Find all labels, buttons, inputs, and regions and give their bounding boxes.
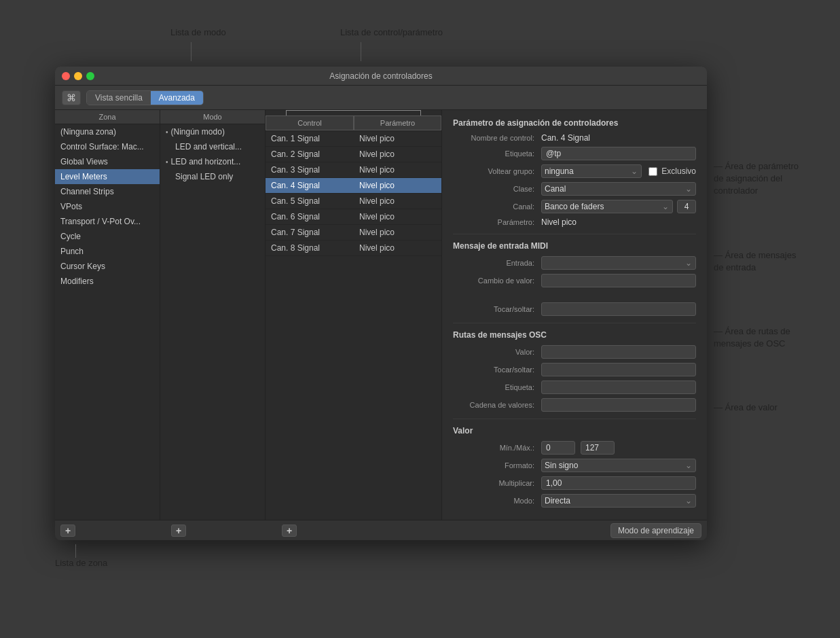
control-cell: Can. 7 Signal [266, 225, 354, 240]
control-cell: Can. 3 Signal [266, 162, 354, 177]
osc-section-title: Rutas de mensajes OSC [453, 330, 696, 340]
zone-list-item[interactable]: Control Surface: Mac... [55, 139, 160, 154]
mode-list-item[interactable]: •LED and horizont... [160, 154, 265, 169]
anno-line-zone [75, 544, 76, 558]
control-list-item[interactable]: Can. 2 SignalNivel pico [266, 147, 441, 162]
osc-valor-label: Valor: [453, 348, 541, 356]
exclusivo-checkbox-label: Exclusivo [649, 166, 696, 176]
add-zone-button[interactable]: + [60, 525, 75, 537]
min-input[interactable] [541, 441, 575, 455]
zone-column-header: Zona [55, 110, 160, 124]
canal-select-wrapper: Banco de faders [541, 200, 673, 213]
clase-select-wrapper: Canal [541, 182, 696, 196]
exclusivo-label-text: Exclusivo [661, 166, 696, 176]
osc-tocar-soltar-input[interactable] [541, 363, 696, 376]
param-cell: Nivel pico [354, 147, 441, 162]
etiqueta-row: Etiqueta: [453, 147, 696, 160]
canal-label: Canal: [453, 202, 541, 211]
clase-row: Clase: Canal [453, 182, 696, 196]
bottom-bar: + + + Modo de aprendizaje [55, 520, 707, 540]
osc-cadena-input[interactable] [541, 398, 696, 412]
add-control-button[interactable]: + [282, 525, 297, 537]
canal-row: Canal: Banco de faders 4 [453, 200, 696, 213]
mode-list-item[interactable]: Signal LED only [160, 169, 265, 184]
control-list-item[interactable]: Can. 7 SignalNivel pico [266, 225, 441, 241]
canal-select[interactable]: Banco de faders [541, 200, 673, 213]
advanced-view-button[interactable]: Avanzada [151, 91, 203, 105]
bottom-ctrl-section: + [282, 525, 458, 537]
clase-label: Clase: [453, 185, 541, 193]
control-list-item[interactable]: Can. 8 SignalNivel pico [266, 241, 441, 256]
bottom-mode-section: + [171, 525, 276, 537]
tocar-soltar-midi-input[interactable] [541, 302, 696, 316]
zone-list-item[interactable]: Global Views [55, 154, 160, 169]
zone-list-item[interactable]: VPots [55, 199, 160, 214]
toolbar: ⌘ Vista sencilla Avanzada [55, 86, 707, 110]
aprendizaje-button[interactable]: Modo de aprendizaje [610, 523, 701, 538]
minimize-button[interactable] [74, 72, 82, 80]
control-list-item[interactable]: Can. 6 SignalNivel pico [266, 209, 441, 225]
etiqueta-label: Etiqueta: [453, 149, 541, 158]
zone-list-item[interactable]: Channel Strips [55, 184, 160, 199]
modo-label: Modo: [453, 497, 541, 505]
anno-lista-modo: Lista de modo [170, 27, 226, 37]
param-cell: Nivel pico [354, 209, 441, 224]
mode-list-item[interactable]: LED and vertical... [160, 139, 265, 154]
main-window: Asignación de controladores ⌘ Vista senc… [55, 67, 707, 540]
control-list-item[interactable]: Can. 5 SignalNivel pico [266, 194, 441, 209]
formato-label: Formato: [453, 461, 541, 469]
cambio-valor-input[interactable] [541, 274, 696, 287]
simple-view-button[interactable]: Vista sencilla [87, 91, 151, 105]
mode-list-item[interactable]: •(Ningún modo) [160, 124, 265, 139]
zone-list-item[interactable]: Modifiers [55, 274, 160, 289]
osc-tocar-soltar-row: Tocar/soltar: [453, 363, 696, 376]
control-list-item[interactable]: Can. 3 SignalNivel pico [266, 162, 441, 178]
control-list-item[interactable]: Can. 1 SignalNivel pico [266, 131, 441, 147]
zone-list-item[interactable]: Cycle [55, 229, 160, 244]
multiplicar-input[interactable] [541, 476, 696, 490]
add-mode-button[interactable]: + [171, 525, 186, 537]
tocar-soltar-midi-row: Tocar/soltar: [453, 302, 696, 316]
parametro-value: Nivel pico [541, 217, 696, 227]
clase-select[interactable]: Canal [541, 182, 696, 196]
valor-section-title: Valor [453, 426, 696, 436]
min-max-label: Mín./Máx.: [453, 444, 541, 452]
param-cell: Nivel pico [354, 194, 441, 209]
control-column-header: Control [266, 116, 354, 130]
param-cell: Nivel pico [354, 225, 441, 240]
control-list-item[interactable]: Can. 4 SignalNivel pico [266, 178, 441, 194]
close-button[interactable] [62, 72, 70, 80]
control-cell: Can. 8 Signal [266, 241, 354, 255]
exclusivo-checkbox[interactable] [649, 167, 657, 176]
modo-row: Modo: Directa [453, 494, 696, 508]
tocar-soltar-midi-label: Tocar/soltar: [453, 305, 541, 313]
osc-valor-input[interactable] [541, 345, 696, 359]
param-cell: Nivel pico [354, 131, 441, 146]
zone-list-item[interactable]: Cursor Keys [55, 259, 160, 274]
formato-row: Formato: Sin signo [453, 459, 696, 472]
voltear-grupo-select[interactable]: ninguna [541, 164, 642, 178]
zone-list-item[interactable]: Level Meters [55, 169, 160, 184]
link-icon-button[interactable]: ⌘ [62, 90, 81, 105]
formato-select[interactable]: Sin signo [541, 459, 696, 472]
nombre-control-label: Nombre de control: [453, 134, 541, 142]
etiqueta-input[interactable] [541, 147, 696, 160]
maximize-button[interactable] [86, 72, 94, 80]
window-title: Asignación de controladores [329, 71, 432, 81]
zone-list-item[interactable]: (Ninguna zona) [55, 124, 160, 139]
zone-column: Zona (Ninguna zona)Control Surface: Mac.… [55, 110, 160, 520]
osc-cadena-label: Cadena de valores: [453, 401, 541, 409]
bottom-zone-section: + [60, 525, 166, 537]
titlebar: Asignación de controladores [55, 67, 707, 86]
zone-list-item[interactable]: Transport / V-Pot Ov... [55, 214, 160, 229]
osc-tocar-soltar-label: Tocar/soltar: [453, 366, 541, 374]
osc-cadena-row: Cadena de valores: [453, 398, 696, 412]
osc-etiqueta-input[interactable] [541, 380, 696, 394]
right-annotations: — Área de parámetrode asignación delcont… [707, 67, 799, 420]
modo-select[interactable]: Directa [541, 494, 696, 508]
entrada-select[interactable] [541, 256, 696, 270]
zone-list-item[interactable]: Punch [55, 244, 160, 259]
link-icon: ⌘ [67, 92, 76, 103]
max-input[interactable] [581, 441, 615, 455]
cambio-valor-label: Cambio de valor: [453, 277, 541, 285]
